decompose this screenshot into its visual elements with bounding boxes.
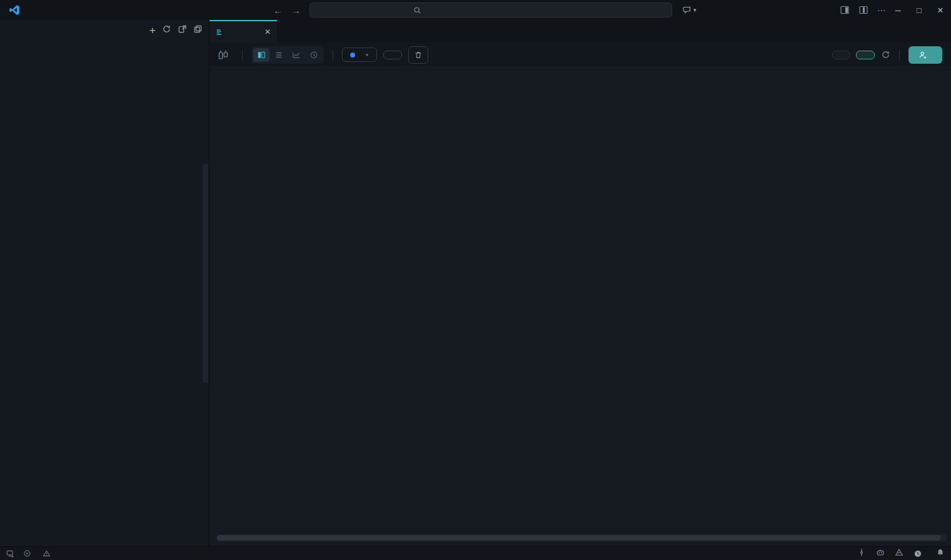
layout-icon[interactable] [858,5,868,15]
add-column-button[interactable] [832,51,850,59]
errors-indicator[interactable] [23,549,34,558]
tab-bar: ✕ [209,20,951,42]
close-tab-icon[interactable]: ✕ [264,28,271,36]
search-icon [413,6,421,14]
maximize-button[interactable]: □ [908,0,930,20]
clock-view-icon[interactable] [306,48,322,62]
warnings-icon [43,549,51,558]
list-view-icon[interactable] [271,48,287,62]
vscode-logo [0,4,28,16]
export-icon[interactable] [178,24,187,36]
status-bar [0,546,951,560]
main-board-button[interactable] [383,51,402,59]
refresh-board-icon[interactable] [881,50,890,59]
trash-icon [414,51,423,59]
kanban-board [209,68,951,546]
gitscrum-status-icon[interactable] [895,548,903,559]
invite-person-icon [918,51,927,59]
warnings-indicator[interactable] [43,549,53,558]
refresh-icon[interactable] [162,24,171,36]
status-filter-dropdown[interactable]: ▾ [342,48,377,62]
robot-icon[interactable] [876,548,885,559]
titlebar: ← → ▾ ⋯ ─ □ ✕ [0,0,951,20]
chart-view-icon[interactable] [288,48,304,62]
board-tab-icon [216,28,224,36]
columns-view-icon[interactable] [253,48,269,62]
minimize-button[interactable]: ─ [887,0,908,20]
board-toolbar: ▾ [209,42,951,68]
editor-area: ✕ ▾ [209,20,951,546]
remote-window-indicator[interactable] [6,549,14,558]
timer[interactable] [913,549,926,558]
more-icon[interactable]: ⋯ [877,5,887,15]
search-input[interactable] [425,6,569,14]
bell-icon[interactable] [936,548,945,559]
errors-icon [23,549,31,558]
toggle-panel-icon[interactable] [840,5,850,15]
command-center-search[interactable] [309,2,672,18]
horizontal-scrollbar[interactable] [216,534,947,541]
board-title [218,50,233,60]
chevron-down-icon: ▾ [693,7,697,13]
add-task-button[interactable] [856,51,875,59]
view-switcher [251,46,324,64]
clock-icon [913,549,922,558]
vscode-window: ← → ▾ ⋯ ─ □ ✕ + [0,0,951,560]
status-dot [350,52,355,58]
explorer-tree [28,40,209,546]
forward-arrow[interactable]: → [291,5,301,16]
kanban-icon [218,50,228,60]
tab-board[interactable]: ✕ [209,20,277,42]
copy-icon[interactable] [193,24,203,36]
back-arrow[interactable]: ← [273,5,283,16]
invite-team-button[interactable] [908,46,942,64]
sidebar-scrollbar[interactable] [203,164,208,382]
close-button[interactable]: ✕ [930,0,951,20]
trash-button[interactable] [408,46,428,64]
add-icon[interactable]: + [149,25,156,36]
sidebar-explorer: + [28,20,209,546]
chevron-down-icon: ▾ [365,51,369,58]
activity-bar [0,20,28,546]
plumb-icon[interactable] [857,548,866,559]
chat-button[interactable]: ▾ [682,5,697,15]
